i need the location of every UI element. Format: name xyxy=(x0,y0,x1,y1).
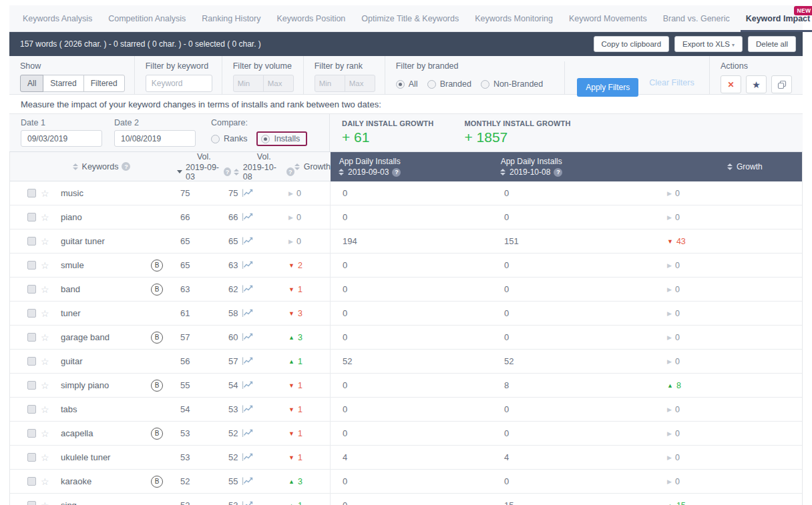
row-checkbox[interactable] xyxy=(27,405,36,414)
nav-tab[interactable]: Competition Analysis xyxy=(100,5,194,31)
row-checkbox[interactable] xyxy=(27,237,36,245)
copy-to-clipboard-button[interactable]: Copy to clipboard xyxy=(594,36,670,52)
row-checkbox[interactable] xyxy=(27,285,36,294)
compare-ranks-radio[interactable]: Ranks xyxy=(211,134,247,143)
branded-branded-radio[interactable]: Branded xyxy=(427,79,471,89)
table-row: ☆ music B 75 75 ▶0 0 0 ▶0 xyxy=(10,181,802,205)
star-icon[interactable]: ☆ xyxy=(41,308,49,319)
chart-line-icon[interactable] xyxy=(242,309,253,318)
chart-line-icon[interactable] xyxy=(242,381,253,390)
clear-filters-button[interactable]: Clear Filters xyxy=(649,78,694,87)
sort-icon[interactable] xyxy=(500,169,505,175)
star-icon[interactable]: ☆ xyxy=(41,404,49,415)
row-checkbox[interactable] xyxy=(27,309,36,318)
sort-icon[interactable] xyxy=(727,163,733,170)
star-icon[interactable]: ☆ xyxy=(41,452,49,463)
row-checkbox[interactable] xyxy=(27,261,36,270)
delete-all-button[interactable]: Delete all xyxy=(748,36,796,52)
volume-max-input[interactable] xyxy=(263,75,294,92)
chart-line-icon[interactable] xyxy=(242,429,253,438)
star-icon[interactable]: ☆ xyxy=(41,236,49,247)
row-checkbox[interactable] xyxy=(27,477,36,486)
help-icon[interactable]: ? xyxy=(122,162,130,171)
chart-line-icon[interactable] xyxy=(242,501,253,505)
copy-filtered-button[interactable] xyxy=(771,75,792,93)
help-icon[interactable]: ? xyxy=(224,167,231,176)
date2-input[interactable] xyxy=(114,130,196,147)
chart-line-icon[interactable] xyxy=(242,237,253,245)
vol-date2-column-header[interactable]: Vol. 2019-10-08? xyxy=(234,152,294,181)
rank-min-input[interactable] xyxy=(315,75,345,92)
row-checkbox[interactable] xyxy=(27,333,36,342)
nav-tab[interactable]: Keywords Position xyxy=(268,5,353,31)
row-checkbox[interactable] xyxy=(27,189,36,197)
nav-tab[interactable]: Keywords Monitoring xyxy=(467,5,561,31)
row-checkbox[interactable] xyxy=(27,381,36,390)
show-all-button[interactable]: All xyxy=(20,75,43,92)
installs-date2-column-header[interactable]: App Daily Installs 2019-10-08? xyxy=(492,152,654,181)
nav-tab[interactable]: Keyword Movements xyxy=(561,5,655,31)
sort-icon[interactable] xyxy=(294,163,300,170)
star-icon[interactable]: ☆ xyxy=(41,428,49,439)
sort-icon[interactable] xyxy=(339,169,344,175)
show-starred-button[interactable]: Starred xyxy=(43,75,83,92)
star-icon[interactable]: ☆ xyxy=(41,476,49,487)
star-filtered-button[interactable]: ★ xyxy=(746,75,767,93)
volume-date2-value: 57 xyxy=(228,356,238,366)
compare-installs-radio[interactable]: Installs xyxy=(261,134,300,143)
chart-line-icon[interactable] xyxy=(242,405,253,414)
chart-line-icon[interactable] xyxy=(242,285,253,294)
chart-line-icon[interactable] xyxy=(242,213,253,221)
sort-icon[interactable] xyxy=(234,169,239,175)
vol-date1-column-header[interactable]: Vol. 2019-09-03? xyxy=(177,152,231,181)
help-icon[interactable]: ? xyxy=(286,167,294,176)
growth-direction-icon: ▼ xyxy=(288,406,294,413)
star-icon[interactable]: ☆ xyxy=(41,188,49,199)
row-checkbox[interactable] xyxy=(27,453,36,462)
chart-line-icon[interactable] xyxy=(242,261,253,270)
nav-tab[interactable]: Keyword Impact NEW xyxy=(738,5,812,31)
help-icon[interactable]: ? xyxy=(392,168,401,177)
chart-line-icon[interactable] xyxy=(242,333,253,342)
star-icon[interactable]: ☆ xyxy=(41,500,49,505)
keywords-column-header[interactable]: Keywords ? xyxy=(41,152,162,181)
sort-icon[interactable] xyxy=(73,163,78,170)
nav-tab[interactable]: Ranking History xyxy=(194,5,268,31)
row-checkbox[interactable] xyxy=(27,501,36,505)
chart-line-icon[interactable] xyxy=(242,357,253,366)
star-icon[interactable]: ☆ xyxy=(41,284,49,295)
star-icon[interactable]: ☆ xyxy=(41,260,49,271)
star-icon[interactable]: ☆ xyxy=(41,212,49,223)
copy-icon xyxy=(777,80,787,89)
installs-date1-column-header[interactable]: App Daily Installs 2019-09-03? xyxy=(331,152,492,181)
help-icon[interactable]: ? xyxy=(554,168,562,177)
chart-line-icon[interactable] xyxy=(242,453,253,462)
chart-line-icon[interactable] xyxy=(242,477,253,486)
branded-nonbranded-radio[interactable]: Non-Branded xyxy=(481,79,543,89)
chart-line-icon[interactable] xyxy=(242,189,253,197)
keyword-filter-input[interactable] xyxy=(146,75,212,92)
growth-direction-icon: ▲ xyxy=(288,334,294,341)
volume-min-input[interactable] xyxy=(233,75,264,92)
compare-installs-highlight: Installs xyxy=(256,131,307,146)
installs-growth-column-header[interactable]: Growth xyxy=(654,152,802,181)
star-icon[interactable]: ☆ xyxy=(41,380,49,391)
nav-tab[interactable]: Brand vs. Generic xyxy=(655,5,738,31)
nav-tab[interactable]: Keywords Analysis xyxy=(15,5,100,31)
star-icon[interactable]: ☆ xyxy=(41,332,49,343)
show-filtered-button[interactable]: Filtered xyxy=(83,75,125,92)
date1-input[interactable] xyxy=(21,130,102,147)
vol-growth-column-header[interactable]: Growth xyxy=(294,152,331,181)
export-to-xls-button[interactable]: Export to XLS▾ xyxy=(674,36,743,52)
row-checkbox[interactable] xyxy=(27,357,36,366)
star-icon[interactable]: ☆ xyxy=(41,356,49,367)
row-checkbox[interactable] xyxy=(27,213,36,221)
rank-max-input[interactable] xyxy=(345,75,375,92)
apply-filters-button[interactable]: Apply Filters xyxy=(577,78,638,97)
daily-growth-value: + 61 xyxy=(342,129,433,145)
branded-all-radio[interactable]: All xyxy=(396,79,418,89)
nav-tab[interactable]: Optimize Title & Keywords xyxy=(353,5,467,31)
growth-direction-icon: ▶ xyxy=(667,262,672,269)
row-checkbox[interactable] xyxy=(27,429,36,438)
remove-filtered-button[interactable]: ✕ xyxy=(721,75,741,93)
